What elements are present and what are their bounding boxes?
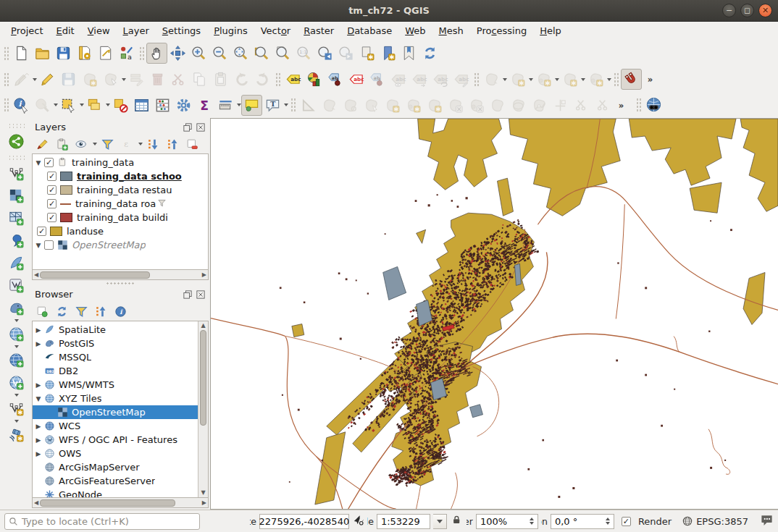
new-spatial-bookmark-button[interactable] (356, 43, 377, 64)
open-layer-styling-button[interactable] (33, 135, 51, 153)
lock-scale-icon[interactable] (451, 515, 462, 528)
deselect-features-button[interactable] (110, 95, 131, 116)
browser-item-arcgismapserver[interactable]: ArcGisMapServer (33, 460, 198, 474)
identify-features-button[interactable]: i (11, 95, 32, 116)
expand-all-button[interactable] (144, 135, 162, 153)
add-group-button[interactable] (53, 135, 71, 153)
add-wms-layer-button[interactable] (4, 323, 28, 345)
visibility-checkbox[interactable]: ✓ (47, 172, 57, 181)
browser-close-button[interactable] (195, 290, 206, 300)
visibility-checkbox[interactable]: ✓ (47, 185, 57, 195)
expander-icon[interactable]: ▶ (33, 381, 44, 389)
remove-layer-button[interactable] (183, 135, 201, 153)
new-raster-layer-button[interactable] (4, 185, 28, 206)
visibility-checkbox[interactable]: ✓ (37, 227, 46, 236)
expander-icon[interactable]: ▶ (33, 436, 44, 444)
title-bar[interactable]: tm_ch72 - QGIS −◻✕ (0, 0, 778, 22)
toolbar-handle[interactable] (138, 46, 145, 62)
browser-item-xyz-tiles[interactable]: ▼XYZ Tiles (33, 392, 198, 405)
browser-item-ows[interactable]: ▶OWS (33, 447, 198, 460)
refresh-browser-button[interactable] (53, 303, 71, 320)
layer-item-openstreetmap[interactable]: ▼OpenStreetMap (33, 238, 208, 252)
visibility-checkbox[interactable]: ✓ (44, 158, 54, 167)
toolbar-handle[interactable] (3, 97, 9, 113)
toolbar-handle[interactable] (473, 72, 480, 88)
menu-view[interactable]: View (81, 23, 117, 38)
new-project-button[interactable] (11, 43, 32, 64)
toolbar-extension-2-button[interactable]: » (613, 95, 634, 116)
toolbar-handle[interactable] (7, 122, 25, 128)
filter-by-expression-dropdown[interactable] (138, 143, 143, 145)
coordinate-input[interactable]: 2275926,-4028540 (259, 514, 349, 529)
layers-h-scrollbar[interactable]: ◀ ▶ (32, 270, 209, 280)
browser-item-arcgisfeatureserver[interactable]: ArcGisFeatureServer (33, 474, 198, 488)
enable-snapping-button[interactable] (621, 69, 642, 90)
new-vector-layer-button[interactable] (4, 162, 28, 184)
pin-labels-button[interactable]: ab (325, 69, 346, 90)
add-virtual-layer-dropdown[interactable] (14, 420, 19, 423)
browser-float-button[interactable] (182, 290, 193, 300)
show-spatial-bookmarks-button[interactable] (377, 43, 398, 64)
manage-map-themes-button[interactable] (72, 135, 91, 153)
collapse-all-button[interactable] (164, 135, 182, 153)
menu-layer[interactable]: Layer (117, 23, 156, 38)
filter-legend-button[interactable] (99, 135, 117, 153)
filter-browser-button[interactable] (72, 303, 91, 320)
open-project-button[interactable] (32, 43, 53, 64)
metasearch-button[interactable] (643, 95, 664, 116)
pan-map-button[interactable] (146, 43, 167, 64)
scroll-right-arrow[interactable]: ▶ (201, 499, 208, 507)
layer-labeling-button[interactable]: abc (283, 69, 304, 90)
menu-help[interactable]: Help (533, 23, 568, 38)
rotation-spinner[interactable] (603, 518, 610, 525)
scroll-thumb[interactable] (40, 499, 175, 507)
menu-edit[interactable]: Edit (50, 23, 81, 38)
collapse-all-browser-button[interactable] (92, 303, 110, 320)
layer-item-training-data-buildi[interactable]: ✓training_data buildi (33, 211, 208, 224)
select-features-button[interactable] (58, 95, 79, 116)
scroll-down-arrow[interactable]: ▼ (199, 489, 206, 497)
rotation-input[interactable]: 0,0 ° (551, 514, 614, 529)
add-vector-layer-button[interactable] (4, 274, 28, 296)
layer-item-training-data-restau[interactable]: ✓training_data restau (33, 183, 208, 197)
select-features-by-value-button[interactable] (84, 95, 105, 116)
data-source-manager-button[interactable] (4, 130, 28, 152)
layer-item-training-data[interactable]: ▼✓training_data (33, 156, 208, 169)
zoom-to-selection-button[interactable] (251, 43, 272, 64)
expander-icon[interactable]: ▼ (33, 242, 44, 249)
menu-raster[interactable]: Raster (297, 23, 340, 38)
browser-item-wfs-ogc-api-features[interactable]: ▶WFS / OGC API - Features (33, 433, 198, 447)
refresh-map-button[interactable] (419, 43, 440, 64)
render-checkbox[interactable]: ✓ Render (622, 516, 672, 527)
close-button[interactable]: ✕ (758, 4, 772, 17)
add-virtual-layer-button[interactable] (4, 397, 28, 419)
browser-item-db2[interactable]: DB2DB2 (33, 364, 198, 378)
layer-item-training-data-schoo[interactable]: ✓training_data schoo (33, 169, 208, 183)
extents-toggle-icon[interactable] (352, 514, 364, 528)
add-wms-layer-dropdown[interactable] (14, 345, 19, 348)
scroll-left-arrow[interactable]: ◀ (33, 499, 40, 507)
pan-to-selection-button[interactable] (167, 43, 188, 64)
zoom-in-button[interactable] (188, 43, 209, 64)
scroll-right-arrow[interactable]: ▶ (201, 271, 208, 279)
browser-item-openstreetmap[interactable]: OpenStreetMap (33, 405, 198, 419)
layer-item-training-data-roa[interactable]: ✓training_data roa (33, 197, 208, 211)
map-tips-button[interactable] (241, 95, 262, 116)
layers-float-button[interactable] (182, 122, 193, 132)
toolbar-handle[interactable] (635, 97, 642, 113)
save-project-button[interactable] (53, 43, 74, 64)
browser-item-mssql[interactable]: MSSQL (33, 350, 198, 364)
highlight-pinned-labels-button[interactable]: abc (346, 69, 367, 90)
expander-icon[interactable]: ▶ (33, 326, 44, 334)
toggle-editing-button[interactable] (37, 69, 58, 90)
menu-web[interactable]: Web (398, 23, 432, 38)
menu-processing[interactable]: Processing (470, 23, 533, 38)
visibility-checkbox[interactable]: ✓ (47, 213, 57, 222)
menu-vector[interactable]: Vector (254, 23, 297, 38)
layer-item-landuse[interactable]: ✓landuse (33, 224, 208, 238)
add-selected-layers-button[interactable] (33, 303, 51, 320)
toolbar-handle[interactable] (275, 72, 281, 88)
text-annotation-button[interactable]: T (262, 95, 283, 116)
locator-input[interactable]: Type to locate (Ctrl+K) (4, 513, 200, 530)
manage-map-themes-dropdown[interactable] (93, 143, 97, 145)
